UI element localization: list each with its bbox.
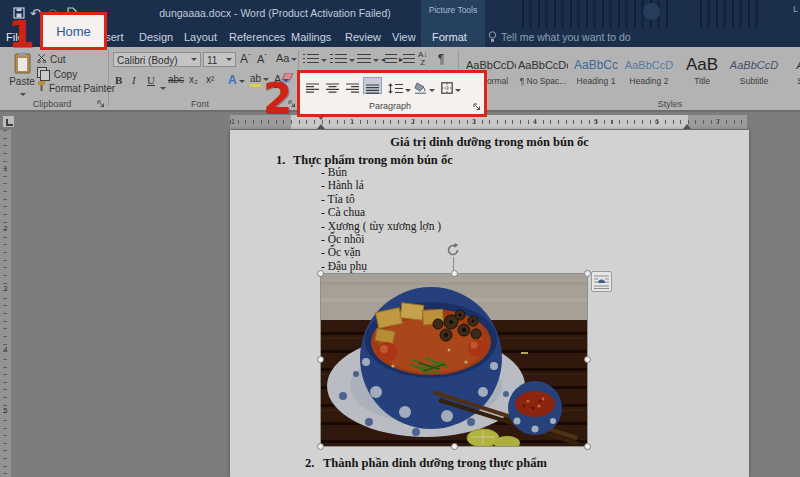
font-family-combobox[interactable]: Calibri (Body): [113, 52, 201, 67]
list-item[interactable]: - Đậu phụ: [321, 260, 441, 273]
shading-button[interactable]: [412, 77, 436, 94]
shading-caret-icon: [429, 89, 435, 95]
style-heading-1[interactable]: AaBbCc Heading 1: [571, 54, 621, 97]
show-paragraph-marks-button[interactable]: ¶: [438, 52, 444, 66]
resize-handle-bottom-left[interactable]: [317, 443, 324, 450]
rotate-handle-icon[interactable]: [445, 242, 461, 258]
list-item[interactable]: - Xương ( tùy xương lợn ): [321, 220, 441, 233]
selected-picture-frame[interactable]: [320, 273, 588, 447]
document-page[interactable]: Giá trị dinh dưỡng trong món bún ốc 1. T…: [230, 130, 749, 477]
bullets-button[interactable]: [303, 53, 327, 65]
style-name: Heading 1: [571, 76, 621, 86]
change-case-button[interactable]: Aa: [276, 52, 297, 64]
cut-button[interactable]: Cut: [37, 53, 66, 67]
text-effects-button[interactable]: A: [228, 73, 245, 87]
list-item[interactable]: - Ốc nhồi: [321, 233, 441, 246]
underline-caret-icon[interactable]: [160, 87, 166, 93]
bold-button[interactable]: B: [115, 74, 122, 86]
group-divider: [108, 50, 109, 106]
tab-format[interactable]: Format: [432, 31, 467, 43]
lightbulb-icon: [488, 31, 497, 43]
format-painter-button[interactable]: Format Painter: [37, 81, 115, 96]
hanging-indent-marker[interactable]: [317, 120, 325, 129]
style-heading-2[interactable]: AaBbCcD Heading 2: [624, 54, 674, 97]
justify-button[interactable]: [363, 77, 382, 94]
ruler-number: 4: [530, 118, 540, 125]
list-item[interactable]: - Bún: [321, 166, 441, 179]
ingredient-list[interactable]: - Bún - Hành lá - Tía tô - Cà chua - Xươ…: [321, 166, 441, 273]
paste-button[interactable]: Paste: [8, 52, 36, 99]
section2-heading[interactable]: Thành phần dinh dưỡng trong thực phẩm: [323, 456, 547, 471]
right-indent-marker[interactable]: [683, 120, 691, 129]
food-photo[interactable]: [321, 274, 587, 446]
tab-design[interactable]: Design: [139, 31, 173, 43]
italic-button[interactable]: I: [132, 74, 136, 86]
decrease-indent-icon: [385, 54, 397, 63]
tab-review[interactable]: Review: [345, 31, 381, 43]
superscript-button[interactable]: x²: [206, 74, 214, 85]
style-no-spacing[interactable]: AaBbCcDc ¶ No Spac...: [518, 54, 568, 97]
list-item[interactable]: - Ốc vặn: [321, 246, 441, 259]
copy-button[interactable]: Copy: [37, 67, 77, 82]
tab-layout[interactable]: Layout: [184, 31, 217, 43]
copy-label: Copy: [54, 69, 77, 80]
style-sample: AaB: [782, 54, 800, 76]
style-title[interactable]: AaB Title: [677, 54, 727, 97]
multilevel-list-button[interactable]: [357, 53, 379, 65]
text-effects-caret-icon: [239, 80, 245, 86]
style-sample: AaBbCcDc: [518, 54, 568, 76]
resize-handle-middle-right[interactable]: [584, 356, 591, 363]
vertical-ruler[interactable]: 1 2 3 4 5: [0, 130, 11, 477]
increase-indent-button[interactable]: ▸: [399, 53, 415, 65]
shrink-font-button[interactable]: Aˇ: [257, 52, 267, 65]
align-center-button[interactable]: [323, 77, 342, 94]
underline-button[interactable]: U: [147, 74, 155, 86]
clipboard-dialog-launcher-icon[interactable]: [97, 100, 105, 108]
section2-number[interactable]: 2.: [305, 456, 314, 471]
list-item[interactable]: - Cà chua: [321, 206, 441, 219]
subscript-button[interactable]: x₂: [189, 74, 198, 85]
tab-stop-icon: [6, 119, 13, 126]
style-subtitle[interactable]: AaBbCcD Subtitle: [729, 54, 779, 97]
ruler-ticks: [3, 130, 7, 477]
style-subtle-emphasis[interactable]: AaB Subtl: [782, 54, 800, 97]
annotation-step-1: 1: [8, 12, 34, 56]
resize-handle-middle-left[interactable]: [317, 356, 324, 363]
layout-options-icon: [593, 273, 610, 290]
style-sample: AaB: [677, 54, 727, 76]
tab-selector-button[interactable]: [2, 115, 15, 128]
tell-me-box[interactable]: Tell me what you want to do: [488, 31, 631, 43]
font-size-combobox[interactable]: 11: [203, 52, 236, 67]
style-name: Title: [677, 76, 727, 86]
tab-references[interactable]: References: [229, 31, 285, 43]
strikethrough-button[interactable]: abc: [168, 74, 184, 85]
section1-number[interactable]: 1.: [276, 153, 285, 168]
resize-handle-top-right[interactable]: [584, 270, 591, 277]
tab-view[interactable]: View: [392, 31, 416, 43]
ruler-number: 5: [591, 118, 601, 125]
list-item[interactable]: - Hành lá: [321, 179, 441, 192]
resize-handle-bottom-center[interactable]: [451, 443, 458, 450]
borders-button[interactable]: [438, 77, 464, 94]
align-left-button[interactable]: [303, 77, 322, 94]
decrease-indent-button[interactable]: ◂: [381, 53, 397, 65]
sort-icon: A↓Z: [418, 50, 427, 67]
document-title-line[interactable]: Giá trị dinh dưỡng trong món bún ốc: [230, 135, 749, 150]
sort-button[interactable]: A↓Z: [418, 51, 427, 67]
tab-mailings[interactable]: Mailings: [291, 31, 331, 43]
align-right-button[interactable]: [343, 77, 362, 94]
resize-handle-top-left[interactable]: [317, 270, 324, 277]
list-item[interactable]: - Tía tô: [321, 193, 441, 206]
horizontal-ruler[interactable]: 1 1 2 3 4 5 6 7: [230, 115, 747, 129]
paragraph-dialog-launcher-icon[interactable]: [473, 103, 481, 111]
font-group-label: Font: [150, 99, 250, 109]
layout-options-button[interactable]: [591, 271, 612, 292]
style-name: ¶ No Spac...: [518, 76, 568, 86]
grow-font-button[interactable]: Aˆ: [240, 52, 251, 66]
resize-handle-bottom-right[interactable]: [584, 443, 591, 450]
resize-handle-top-center[interactable]: [451, 270, 458, 277]
ruler-number: 3: [469, 118, 479, 125]
line-spacing-button[interactable]: [386, 77, 412, 94]
numbering-button[interactable]: [330, 53, 355, 65]
tab-home[interactable]: Home: [56, 24, 91, 39]
